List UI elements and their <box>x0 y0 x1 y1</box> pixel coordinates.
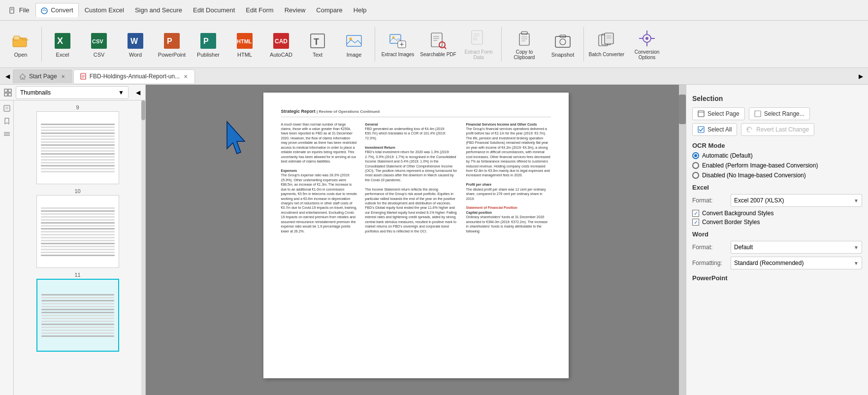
select-page-button[interactable]: Select Page <box>692 107 745 120</box>
conversion-options-button[interactable]: Conversion Options <box>627 23 667 66</box>
batch-icon <box>597 31 616 51</box>
menu-edit-form[interactable]: Edit Form <box>241 3 278 17</box>
separator-3 <box>501 27 502 62</box>
selection-title: Selection <box>692 95 862 102</box>
menu-file[interactable]: File <box>4 3 34 17</box>
menu-sign-secure[interactable]: Sign and Secure <box>130 3 187 17</box>
extract-form-data-button[interactable]: Extract Form Data <box>459 23 498 66</box>
html-button[interactable]: HTML HTML <box>227 23 262 66</box>
sidebar-content: 9 10 <box>0 100 145 395</box>
convert-border-styles-checkbox[interactable]: ✓ Convert Border Styles <box>692 219 862 226</box>
powerpoint-button[interactable]: P PowerPoint <box>154 23 190 66</box>
word-format-dropdown-arrow: ▼ <box>854 245 859 250</box>
options-icon <box>637 29 657 48</box>
excel-button[interactable]: X Excel <box>45 23 80 66</box>
tab-start-page-close[interactable]: ✕ <box>60 73 66 80</box>
menu-custom-excel[interactable]: Custom Excel <box>80 3 129 17</box>
searchable-pdf-icon <box>428 31 448 51</box>
separator-1 <box>41 27 42 62</box>
image-button[interactable]: Image <box>336 23 372 66</box>
ocr-option-disabled[interactable]: Disabled (No Image-based Conversion) <box>692 172 862 179</box>
thumbnail-page-10[interactable]: 10 <box>16 188 139 268</box>
convert-menu-icon <box>41 7 48 14</box>
grid-view-icon <box>4 89 12 97</box>
select-range-button[interactable]: Select Range... <box>749 107 810 120</box>
tab-document[interactable]: FBD-Holdings-Annual-Report-un... ✕ <box>73 69 195 83</box>
main-layout: Thumbnails ▼ ◀ <box>0 85 868 395</box>
menu-help[interactable]: Help <box>349 3 372 17</box>
word-format-row: Format: Default ▼ <box>692 241 862 254</box>
word-icon: W <box>126 31 145 51</box>
select-all-icon <box>698 126 705 133</box>
sidebar: Thumbnails ▼ ◀ <box>0 85 146 395</box>
svg-rect-62 <box>4 89 7 92</box>
ocr-option-automatic[interactable]: Automatic (Default) <box>692 152 862 159</box>
publisher-button[interactable]: P Publisher <box>191 23 226 66</box>
tab-nav-left[interactable]: ◀ <box>2 69 13 83</box>
svg-text:T: T <box>314 37 319 47</box>
word-formatting-label: Formatting: <box>692 260 727 266</box>
open-button[interactable]: Open <box>3 23 38 66</box>
sidebar-grid-icon[interactable] <box>2 87 14 99</box>
radio-enabled-circle <box>692 162 699 169</box>
select-range-icon <box>754 110 761 117</box>
excel-format-label: Format: <box>692 197 727 204</box>
word-formatting-select[interactable]: Standard (Recommended) ▼ <box>731 257 862 269</box>
menu-review[interactable]: Review <box>280 3 311 17</box>
convert-bg-styles-checkbox[interactable]: ✓ Convert Background Styles <box>692 210 862 217</box>
word-format-select[interactable]: Default ▼ <box>731 241 862 254</box>
svg-rect-5 <box>14 36 20 40</box>
svg-text:CAD: CAD <box>275 38 288 45</box>
extract-images-button[interactable]: Extract Images <box>378 23 418 66</box>
copy-clipboard-button[interactable]: Copy to Clipboard <box>505 23 544 66</box>
svg-rect-73 <box>698 111 704 117</box>
autocad-button[interactable]: CAD AutoCAD <box>263 23 299 66</box>
bookmark-icon-btn[interactable] <box>1 115 13 127</box>
layers-icon-btn[interactable] <box>1 128 13 140</box>
doc-columns: A much lower than normal number of large… <box>281 122 551 234</box>
svg-rect-39 <box>519 33 529 45</box>
ocr-option-enabled[interactable]: Enabled (Perform Image-based Conversion) <box>692 162 862 169</box>
sidebar-icon-strip <box>0 100 14 395</box>
doc-scrollbar-thumb[interactable] <box>679 95 686 124</box>
menu-edit-doc[interactable]: Edit Document <box>188 3 240 17</box>
svg-rect-65 <box>8 93 11 96</box>
sidebar-collapse-button[interactable]: ◀ <box>132 87 143 98</box>
file-icon <box>9 7 16 14</box>
svg-rect-64 <box>4 93 7 96</box>
page-nav-icon[interactable] <box>1 102 13 114</box>
sidebar-scrollbar[interactable] <box>141 100 145 395</box>
batch-converter-button[interactable]: Batch Converter <box>587 23 626 66</box>
chevron-right-icon: ▶ <box>859 73 863 80</box>
pdf-icon <box>80 73 87 80</box>
menu-compare[interactable]: Compare <box>311 3 347 17</box>
snapshot-button[interactable]: Snapshot <box>545 23 580 66</box>
doc-scrollbar[interactable] <box>679 85 686 395</box>
word-button[interactable]: W Word <box>118 23 153 66</box>
thumbnail-page-9[interactable]: 9 <box>16 104 139 184</box>
document-page: Strategic Report | Review of Operations … <box>263 93 569 378</box>
searchable-pdf-button[interactable]: Searchable PDF <box>418 23 458 66</box>
excel-format-dropdown-arrow: ▼ <box>854 198 859 203</box>
tab-document-close[interactable]: ✕ <box>183 73 189 80</box>
convert-bg-checkbox-box: ✓ <box>692 210 699 217</box>
csv-icon: CSV <box>89 31 109 51</box>
csv-button[interactable]: CSV CSV <box>81 23 117 66</box>
selection-row-1: Select Page Select Range... <box>692 107 862 120</box>
text-button[interactable]: T Text <box>300 23 335 66</box>
svg-point-45 <box>560 39 566 45</box>
menu-convert[interactable]: Convert <box>35 3 79 17</box>
radio-automatic-circle <box>692 152 699 159</box>
thumbnail-page-11[interactable]: 11 <box>16 272 139 352</box>
tab-start-page[interactable]: Start Page ✕ <box>13 69 72 83</box>
thumbnails-dropdown[interactable]: Thumbnails ▼ <box>16 86 129 99</box>
excel-format-select[interactable]: Excel 2007 (XLSX) ▼ <box>731 194 862 207</box>
bookmark-icon <box>3 117 11 125</box>
snapshot-icon <box>553 31 573 51</box>
tab-nav-right[interactable]: ▶ <box>855 69 866 83</box>
select-all-button[interactable]: Select All <box>692 123 737 136</box>
revert-last-change-button[interactable]: Revert Last Change <box>741 123 814 136</box>
clipboard-icon <box>514 29 534 48</box>
sidebar-scrollbar-thumb[interactable] <box>141 100 145 120</box>
revert-icon <box>746 126 753 133</box>
